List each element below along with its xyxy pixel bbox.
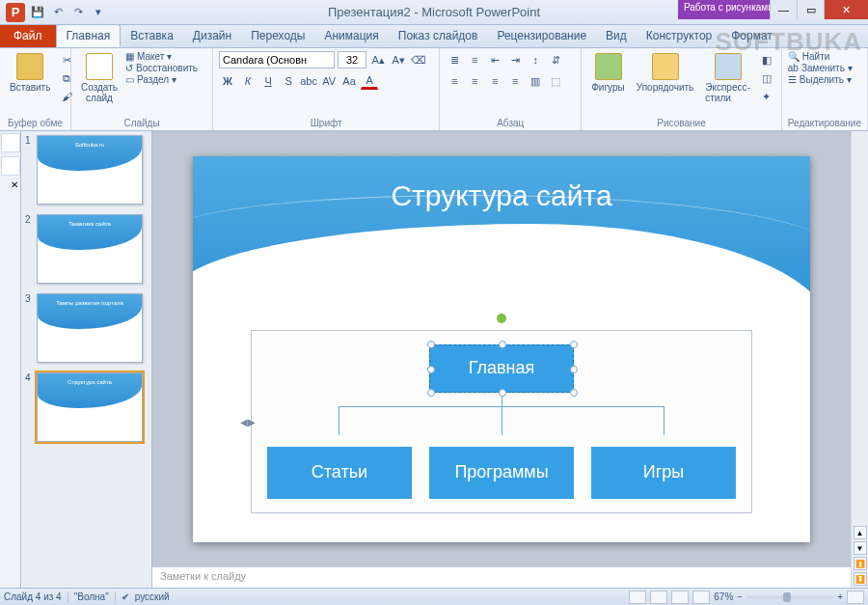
shape-effects-icon[interactable]: ✦ [758,88,775,105]
align-left-icon[interactable]: ≡ [446,72,463,90]
zoom-in-icon[interactable]: + [837,591,843,602]
selection-handle[interactable] [427,341,435,348]
thumbnail-1[interactable]: 1 Softbuka.ru [25,135,148,205]
shape-outline-icon[interactable]: ◫ [758,69,775,87]
redo-icon[interactable]: ↷ [70,5,86,20]
notes-pane[interactable]: Заметки к слайду [152,566,851,588]
paste-button[interactable]: Вставить [6,51,54,95]
slideshow-view-icon[interactable] [692,591,710,604]
numbering-icon[interactable]: ≡ [466,51,483,69]
zoom-thumb[interactable] [783,592,791,602]
sorter-view-icon[interactable] [650,591,667,604]
selection-handle[interactable] [499,341,506,348]
save-icon[interactable]: 💾 [30,5,45,20]
text-direction-icon[interactable]: ⇵ [547,51,564,69]
tab-view[interactable]: Вид [596,24,637,47]
close-button[interactable]: ✕ [824,0,868,19]
font-size-combo[interactable]: 32 [338,51,366,69]
zoom-slider[interactable] [746,595,833,599]
arrange-button[interactable]: Упорядочить [633,51,698,95]
org-child-1[interactable]: Статьи [267,447,412,499]
org-root-node[interactable]: Главная [429,344,574,393]
org-child-3[interactable]: Игры [591,447,736,499]
section-button[interactable]: ▭ Раздел ▾ [125,74,198,85]
normal-view-icon[interactable] [629,591,646,604]
slide-title[interactable]: Структура сайта [193,179,810,212]
close-pane-icon[interactable]: ✕ [9,178,20,192]
tab-animation[interactable]: Анимация [314,24,388,47]
bullets-icon[interactable]: ≣ [446,51,463,69]
columns-icon[interactable]: ▥ [527,72,544,90]
selection-handle[interactable] [499,389,506,397]
thumbnail-panel[interactable]: 1 Softbuka.ru 2 Тематика сайта 3 Тампы р… [21,131,152,588]
tab-slideshow[interactable]: Показ слайдов [389,24,488,47]
font-name-combo[interactable]: Candara (Основн [219,51,335,69]
outline-tab-icon[interactable] [1,156,20,176]
new-slide-button[interactable]: Создать слайд [77,51,122,105]
spellcheck-icon[interactable]: ✔ [122,591,129,602]
selection-handle[interactable] [570,389,578,397]
line-spacing-icon[interactable]: ↕ [527,51,544,69]
thumbnail-4[interactable]: 4 Структура сайта [25,372,148,442]
slides-tab-icon[interactable] [1,133,20,152]
find-button[interactable]: 🔍 Найти [788,51,853,62]
zoom-level[interactable]: 67% [714,591,733,602]
replace-button[interactable]: ab Заменить ▾ [788,63,853,73]
thumbnail-3[interactable]: 3 Тампы развития портала [25,293,148,363]
underline-icon[interactable]: Ч [259,72,277,90]
status-language[interactable]: русский [135,591,170,602]
select-button[interactable]: ☰ Выделить ▾ [788,74,853,85]
italic-icon[interactable]: К [239,72,257,90]
spacing-icon[interactable]: AV [320,72,338,90]
next-slide-icon[interactable]: ⏬ [854,572,867,586]
minimize-button[interactable]: — [770,0,797,19]
shrink-font-icon[interactable]: A▾ [390,51,407,69]
maximize-button[interactable]: ▭ [797,0,824,19]
selection-handle[interactable] [570,366,578,373]
clear-format-icon[interactable]: ⌫ [410,51,427,69]
file-tab[interactable]: Файл [0,24,56,47]
scroll-up-icon[interactable]: ▲ [854,526,867,539]
shapes-button[interactable]: Фигуры [587,51,628,95]
shape-fill-icon[interactable]: ◧ [758,51,775,69]
selection-handle[interactable] [427,389,435,397]
smartart-container[interactable]: Главная Статьи Программы Игры [251,330,752,513]
tab-insert[interactable]: Вставка [121,24,183,47]
align-right-icon[interactable]: ≡ [486,72,503,90]
reset-button[interactable]: ↺ Восстановить [125,63,198,73]
indent-inc-icon[interactable]: ⇥ [506,51,524,69]
tab-designer[interactable]: Конструктор [637,24,721,47]
shadow-icon[interactable]: abc [300,72,317,90]
font-color-icon[interactable]: A [361,72,378,90]
selection-handle[interactable] [570,341,578,348]
smartart-expand-left-icon[interactable]: ◀▶ [240,416,256,426]
indent-dec-icon[interactable]: ⇤ [486,51,503,69]
scroll-down-icon[interactable]: ▼ [854,541,867,555]
selection-handle[interactable] [427,366,435,373]
tab-design[interactable]: Дизайн [183,24,241,47]
rotate-handle-icon[interactable] [497,314,506,323]
tab-review[interactable]: Рецензирование [487,24,596,47]
smartart-convert-icon[interactable]: ⬚ [547,72,564,90]
slide-canvas[interactable]: Структура сайта Главная [152,131,851,566]
fit-to-window-icon[interactable] [847,591,864,604]
prev-slide-icon[interactable]: ⏫ [854,557,867,570]
align-center-icon[interactable]: ≡ [466,72,483,90]
thumbnail-2[interactable]: 2 Тематика сайта [25,214,148,284]
bold-icon[interactable]: Ж [219,72,236,90]
tab-transitions[interactable]: Переходы [241,24,314,47]
justify-icon[interactable]: ≡ [506,72,524,90]
grow-font-icon[interactable]: A▴ [369,51,387,69]
qat-more-icon[interactable]: ▾ [91,5,106,20]
case-icon[interactable]: Aa [340,72,358,90]
layout-button[interactable]: ▦ Макет ▾ [125,51,198,62]
reading-view-icon[interactable] [671,591,689,604]
quick-styles-button[interactable]: Экспресс-стили [701,51,754,105]
org-child-2[interactable]: Программы [429,447,574,499]
tab-home[interactable]: Главная [56,24,122,47]
undo-icon[interactable]: ↶ [50,5,66,20]
strike-icon[interactable]: S [280,72,297,90]
zoom-out-icon[interactable]: − [737,591,743,602]
vertical-scrollbar[interactable]: ▲ ▼ ⏫ ⏬ [851,131,868,588]
current-slide[interactable]: Структура сайта Главная [193,156,810,542]
